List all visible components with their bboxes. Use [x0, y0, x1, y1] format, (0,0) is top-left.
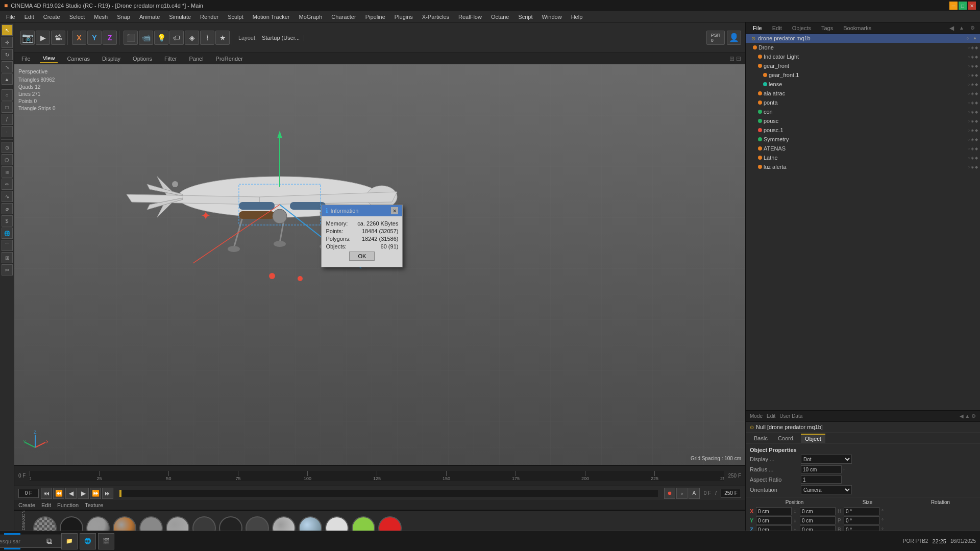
vtab-filter[interactable]: Filter: [161, 55, 180, 63]
snap-btn[interactable]: X: [72, 31, 86, 45]
scene-header-objects[interactable]: Objects: [789, 25, 814, 31]
tool-2[interactable]: ⬡: [2, 154, 13, 165]
size-y-input[interactable]: [800, 516, 836, 524]
viewport[interactable]: ✦ Perspective Triangles 80962 Quads 12 L…: [14, 64, 745, 465]
scene-hierarchy-item[interactable]: con ○ ◈ ◆: [746, 107, 980, 116]
scene-hierarchy-item[interactable]: pousc ○ ◈ ◆: [746, 116, 980, 126]
scene-hierarchy-item[interactable]: pousc.1 ○ ◈ ◆: [746, 126, 980, 135]
menu-item-sculpt[interactable]: Sculpt: [224, 13, 248, 21]
play-back-btn[interactable]: ◀: [65, 488, 77, 499]
scene-hierarchy-item[interactable]: Drone ○ ◈ ◆: [746, 43, 980, 52]
auto-key-btn[interactable]: A: [689, 488, 700, 499]
props-tab-basic[interactable]: Basic: [750, 434, 772, 442]
menu-item-mesh[interactable]: Mesh: [90, 13, 112, 21]
task-view-btn[interactable]: ⧉: [41, 533, 57, 549]
display-select[interactable]: Dot: [801, 455, 852, 464]
tool-edge[interactable]: /: [2, 114, 13, 125]
taskbar-chrome-btn[interactable]: 🌐: [80, 533, 96, 549]
menu-item-script[interactable]: Script: [514, 13, 536, 21]
vtab-file[interactable]: File: [18, 55, 34, 63]
mode-tab[interactable]: Mode: [750, 413, 763, 419]
vtab-prorender[interactable]: ProRender: [213, 55, 246, 63]
size-x-input[interactable]: [800, 507, 836, 515]
minimize-button[interactable]: ─: [949, 2, 958, 10]
taskbar-c4d-btn[interactable]: 🎬: [98, 533, 114, 549]
menu-item-render[interactable]: Render: [196, 13, 223, 21]
tool-scale[interactable]: ⤡: [2, 61, 13, 72]
scene-hierarchy-item[interactable]: Indicator Light ○ ◈ ◆: [746, 52, 980, 61]
scene-header-file[interactable]: File: [750, 25, 765, 31]
frame-start-input[interactable]: [18, 489, 39, 498]
tool-cut[interactable]: ✂: [2, 264, 13, 276]
make-preview-btn[interactable]: 📽: [51, 31, 65, 45]
pos-y-arrow[interactable]: ↕: [794, 518, 800, 523]
snap2-btn[interactable]: Y: [87, 31, 102, 45]
scene-hierarchy-item[interactable]: ala atrac ○ ◈ ◆: [746, 89, 980, 98]
vtab-display[interactable]: Display: [99, 55, 124, 63]
tool-move[interactable]: ✛: [2, 37, 13, 48]
step-back-btn[interactable]: ⏪: [53, 488, 64, 499]
tool-poly[interactable]: □: [2, 102, 13, 113]
menu-item-animate[interactable]: Animate: [135, 13, 164, 21]
scene-root-item[interactable]: ⊙ drone predator mq1b ○ ●: [746, 34, 980, 43]
maximize-button[interactable]: □: [959, 2, 967, 10]
pos-y-input[interactable]: [756, 516, 792, 524]
pos-x-arrow[interactable]: ↕: [794, 509, 800, 514]
menu-item-edit[interactable]: Edit: [20, 13, 38, 21]
info-dialog-close-button[interactable]: ✕: [391, 207, 398, 214]
menu-item-pipeline[interactable]: Pipeline: [361, 13, 389, 21]
size-y-arrow[interactable]: P: [838, 518, 844, 523]
mat-tab-edit[interactable]: Edit: [41, 502, 51, 508]
tool-wrap[interactable]: 🌐: [2, 228, 13, 239]
scene-hierarchy-item[interactable]: gear_front.1 ○ ◈ ◆: [746, 70, 980, 80]
light-btn[interactable]: 💡: [154, 31, 168, 45]
mat-tab-create[interactable]: Create: [18, 502, 35, 508]
render-to-picture-viewer-btn[interactable]: ▶: [36, 31, 50, 45]
menu-item-create[interactable]: Create: [39, 13, 64, 21]
step-forward-btn[interactable]: ⏩: [90, 488, 101, 499]
rot-x-input[interactable]: [844, 507, 879, 515]
orientation-select[interactable]: Camera: [801, 485, 852, 494]
scene-hierarchy-item[interactable]: Symmetry ○ ◈ ◆: [746, 135, 980, 144]
tool-3[interactable]: ≋: [2, 166, 13, 178]
close-button[interactable]: ✕: [968, 2, 976, 10]
menu-item-motion-tracker[interactable]: Motion Tracker: [249, 13, 294, 21]
tool-select[interactable]: ↖: [2, 24, 13, 36]
taskbar-fe-btn[interactable]: 📁: [61, 533, 78, 549]
search-bar[interactable]: [22, 533, 39, 549]
tool-brush[interactable]: ⌀: [2, 203, 13, 214]
size-x-arrow[interactable]: H: [838, 509, 844, 514]
tool-magnet[interactable]: $: [2, 215, 13, 227]
props-tab-coord[interactable]: Coord.: [774, 434, 799, 442]
tool-1[interactable]: ⊙: [2, 142, 13, 153]
scene-hierarchy-item[interactable]: luz alerta ○ ◈ ◆: [746, 162, 980, 171]
go-to-start-btn[interactable]: ⏮: [41, 488, 52, 499]
timeline-slider[interactable]: [119, 490, 658, 497]
scene-hierarchy-item[interactable]: gear_front ○ ◈ ◆: [746, 61, 980, 70]
menu-item-snap[interactable]: Snap: [113, 13, 134, 21]
user-icon-btn[interactable]: 👤: [727, 31, 741, 45]
record-btn[interactable]: ⏺: [664, 488, 675, 499]
search-input[interactable]: [0, 535, 70, 548]
scene-header-edit[interactable]: Edit: [769, 25, 785, 31]
end-frame-input[interactable]: [721, 489, 741, 498]
edit-tab[interactable]: Edit: [767, 413, 775, 419]
info-ok-button[interactable]: OK: [349, 252, 375, 261]
mat-tab-texture[interactable]: Texture: [85, 502, 103, 508]
scene-hierarchy-item[interactable]: Lathe ○ ◈ ◆: [746, 153, 980, 162]
menu-item-octane[interactable]: Octane: [487, 13, 513, 21]
user-data-tab[interactable]: User Data: [779, 413, 802, 419]
menu-item-x-particles[interactable]: X-Particles: [418, 13, 453, 21]
scene-header-tags[interactable]: Tags: [818, 25, 836, 31]
camera-btn[interactable]: 📹: [139, 31, 153, 45]
menu-item-window[interactable]: Window: [538, 13, 566, 21]
menu-item-character[interactable]: Character: [327, 13, 360, 21]
menu-item-plugins[interactable]: Plugins: [390, 13, 417, 21]
tool-grid[interactable]: ⊞: [2, 252, 13, 263]
psr-btn[interactable]: PSR0: [706, 31, 725, 45]
tool-bend[interactable]: ⌒: [2, 240, 13, 251]
menu-item-realflow[interactable]: RealFlow: [454, 13, 486, 21]
props-tab-object[interactable]: Object: [801, 434, 825, 443]
rot-y-input[interactable]: [844, 516, 879, 524]
timeline-ruler[interactable]: 0255075100125150175200225250: [30, 471, 724, 481]
